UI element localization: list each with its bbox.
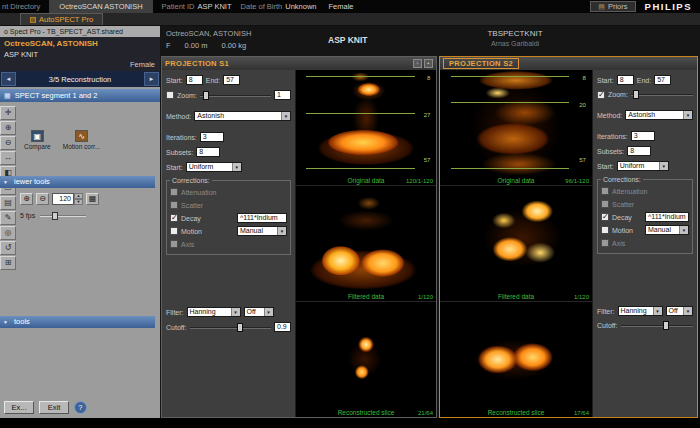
s1-reconstructed-slice-viewport[interactable] [296, 302, 436, 417]
s1-motion-mode-select[interactable]: Manual ▼ [237, 226, 287, 236]
s1-end-input[interactable]: 57 [223, 75, 240, 85]
study-name: OctreoSCAN, ASTONISH [4, 39, 156, 48]
s1-motion-checkbox[interactable] [170, 227, 178, 235]
tab-autospect-pro[interactable]: AutoSPECT Pro [20, 13, 103, 25]
slice-marker[interactable] [306, 113, 415, 114]
tool-strip: ✛ ⊕ ⊖ ↔ ◧ ▭ ▤ ✎ ◎ ↺ ⊞ [0, 106, 17, 270]
next-step-button[interactable]: ► [144, 72, 159, 86]
s2-start-mode-select[interactable]: Uniform ▼ [617, 161, 669, 171]
s2-reconstructed-slice-viewport[interactable] [440, 302, 592, 417]
s2-zoom-slider[interactable] [631, 90, 693, 99]
compare-icon: ▣ [31, 130, 44, 142]
tools-header[interactable]: ▼ tools [0, 316, 155, 328]
slice-marker[interactable] [306, 168, 415, 169]
annotate-tool-icon[interactable]: ✎ [0, 211, 16, 225]
target-tool-icon[interactable]: ◎ [0, 226, 16, 240]
s1-cutoff-slider-thumb[interactable] [237, 323, 243, 332]
s2-cutoff-slider[interactable] [621, 321, 694, 330]
s1-zoom-checkbox[interactable] [166, 91, 174, 99]
s2-zoom-checkbox[interactable] [597, 91, 605, 99]
s2-end-input[interactable]: 57 [654, 75, 671, 85]
s2-start-input[interactable]: 8 [617, 75, 634, 85]
s2-filtered-data-viewport[interactable] [440, 186, 592, 301]
zoom-level-input[interactable]: 120 [52, 193, 74, 205]
zoom-level-stepper: 120 ▲ ▼ [52, 193, 83, 205]
select-tool-icon[interactable]: ✛ [0, 106, 16, 120]
patient-directory-label[interactable]: nt Directory [0, 2, 40, 11]
projection-s2-title: PROJECTION S2 [443, 58, 519, 69]
s1-subsets-input[interactable]: 8 [196, 147, 220, 157]
viewer-tools-header[interactable]: ▼ iewer tools [0, 176, 155, 188]
slice-marker[interactable] [451, 76, 570, 77]
chevron-down-icon: ▼ [3, 176, 8, 188]
s1-filter-window-select[interactable]: Off ▼ [244, 307, 274, 317]
restore-icon[interactable]: ▫ [413, 59, 422, 68]
s1-axis-checkbox [170, 240, 178, 248]
zoom-in-tool-icon[interactable]: ⊕ [0, 121, 16, 135]
s1-isotope-input[interactable]: ^111*Indium [237, 213, 287, 223]
s1-filtered-data-viewport[interactable] [296, 186, 436, 301]
close-icon[interactable]: ▪ [424, 59, 433, 68]
chevron-down-icon: ▼ [683, 307, 692, 315]
segment-icon: ▦ [4, 92, 11, 100]
shortcut-row: ▣ Compare ∿ Motion corr... [24, 130, 100, 150]
chevron-down-icon: ▼ [277, 227, 286, 235]
segment-selector[interactable]: ▦ SPECT segment 1 and 2 [0, 89, 160, 102]
fit-view-button[interactable]: ▦ [86, 193, 99, 205]
zoom-in-button[interactable]: ⊕ [20, 193, 33, 205]
pan-tool-icon[interactable]: ↔ [0, 151, 16, 165]
study-summary: OctreoSCAN, ASTONISH ASP KNIT Female [0, 37, 160, 71]
s1-zoom-value-input[interactable]: 1 [274, 90, 291, 100]
previous-step-button[interactable]: ◄ [1, 72, 16, 86]
session-title: o Spect Pro - TB_SPECT_AST.shared [0, 26, 160, 37]
compare-button[interactable]: ▣ Compare [24, 130, 51, 150]
study-info-block: OctreoSCAN, ASTONISH F 0.00 m 0.00 kg [166, 29, 251, 50]
zoom-out-button[interactable]: ⊖ [36, 193, 49, 205]
s2-decay-checkbox[interactable] [601, 213, 609, 221]
s1-start-mode-select[interactable]: Uniform ▼ [186, 162, 242, 172]
s2-cutoff-slider-thumb[interactable] [663, 321, 669, 330]
s2-isotope-input[interactable]: ^111*Indium [645, 212, 689, 222]
priors-button[interactable]: ▤Priors [590, 1, 635, 12]
fps-slider[interactable] [40, 211, 86, 220]
export-button[interactable]: Ex... [4, 401, 34, 414]
s1-decay-checkbox[interactable] [170, 214, 178, 222]
slice-marker[interactable] [451, 102, 570, 103]
fps-slider-thumb[interactable] [52, 212, 58, 220]
s2-filter-window-select[interactable]: Off ▼ [666, 306, 693, 316]
grid-tool-icon[interactable]: ⊞ [0, 256, 16, 270]
s1-cutoff-slider[interactable] [190, 323, 272, 332]
patient-name-header: ASP KNIT [328, 35, 368, 45]
chevron-down-icon: ▼ [683, 111, 692, 119]
s2-filter-select[interactable]: Hanning ▼ [618, 306, 663, 316]
s1-filtered-data-cell: Filtered data 1/120 [296, 186, 436, 302]
slice-marker[interactable] [306, 76, 415, 77]
help-icon[interactable]: ? [74, 401, 87, 414]
layout-tool-icon[interactable]: ▤ [0, 196, 16, 210]
s1-start-input[interactable]: 8 [186, 75, 203, 85]
s2-motion-checkbox[interactable] [601, 226, 609, 234]
bottom-bar [0, 418, 700, 428]
reset-tool-icon[interactable]: ↺ [0, 241, 16, 255]
s1-zoom-slider[interactable] [200, 91, 271, 100]
zoom-out-tool-icon[interactable]: ⊖ [0, 136, 16, 150]
s1-zoom-slider-thumb[interactable] [203, 91, 209, 100]
exit-button[interactable]: Exit [39, 401, 69, 414]
motion-correction-button[interactable]: ∿ Motion corr... [63, 130, 101, 150]
s1-cutoff-value-input[interactable]: 0.9 [274, 322, 291, 332]
s2-subsets-input[interactable]: 8 [627, 146, 651, 156]
s1-iterations-input[interactable]: 3 [200, 132, 224, 142]
s2-zoom-slider-thumb[interactable] [633, 90, 639, 99]
projection-panels: PROJECTION S1 ▫ ▪ Start: 8 End: 57 [161, 56, 698, 418]
s2-iterations-input[interactable]: 3 [631, 131, 655, 141]
s1-method-select[interactable]: Astonish ▼ [194, 111, 291, 121]
patient-height: 0.00 m [185, 41, 208, 50]
s1-filter-select[interactable]: Hanning ▼ [187, 307, 241, 317]
slice-marker[interactable] [451, 168, 570, 169]
s2-motion-mode-select[interactable]: Manual ▼ [645, 225, 689, 235]
chevron-down-icon: ▼ [679, 226, 688, 234]
s2-corrections-group: Corrections: Attenuation Scatter [597, 179, 693, 254]
s2-method-select[interactable]: Astonish ▼ [625, 110, 693, 120]
zoom-step-down-icon[interactable]: ▼ [74, 199, 83, 205]
sex-field: Female [326, 2, 354, 11]
